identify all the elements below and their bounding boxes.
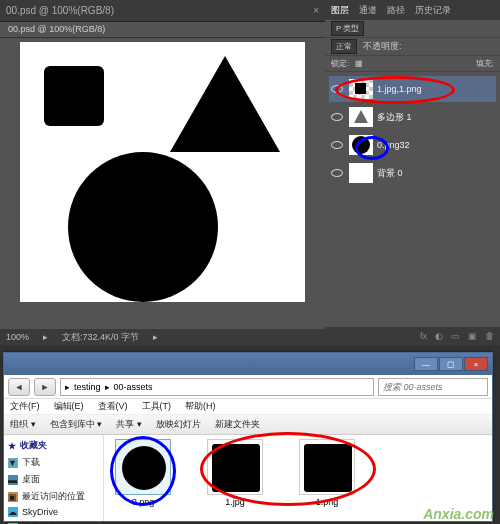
sidebar-favorites[interactable]: ★ 收藏夹: [8, 437, 99, 454]
canvas[interactable]: [20, 42, 305, 302]
layer-name: 多边形 1: [377, 111, 412, 124]
explorer-window: — ▢ × ◄ ► ▸testing ▸00-assets 文件(F) 编辑(E…: [3, 352, 493, 522]
layer-item[interactable]: 背景 0: [329, 160, 496, 186]
visibility-icon[interactable]: [329, 165, 345, 181]
sidebar-item-recent[interactable]: ▣最近访问的位置: [8, 488, 99, 505]
sidebar-item-weiyun[interactable]: ☁微云网盘: [8, 519, 99, 524]
doc-info: 文档:732.4K/0 字节: [62, 331, 139, 344]
sidebar-item-desktop[interactable]: ▬桌面: [8, 471, 99, 488]
window-title: 00.psd @ 100%(RGB/8): [6, 5, 114, 16]
menu-view[interactable]: 查看(V): [98, 400, 128, 413]
fx-icon[interactable]: fx: [420, 331, 427, 341]
file-thumb: [299, 439, 355, 495]
share-button[interactable]: 共享 ▾: [116, 418, 142, 431]
trash-icon[interactable]: 🗑: [485, 331, 494, 341]
file-item[interactable]: 1.png: [292, 439, 362, 507]
blend-mode[interactable]: 正常: [331, 39, 357, 54]
newfolder-button[interactable]: 新建文件夹: [215, 418, 260, 431]
layer-item[interactable]: 多边形 1: [329, 104, 496, 130]
shape-triangle: [170, 56, 280, 152]
window-titlebar[interactable]: 00.psd @ 100%(RGB/8) ×: [0, 0, 325, 22]
lock-icon[interactable]: ▦: [355, 59, 363, 68]
mask-icon[interactable]: ◐: [435, 331, 443, 341]
shape-circle: [68, 152, 218, 302]
file-item[interactable]: 1.jpg: [200, 439, 270, 507]
menu-help[interactable]: 帮助(H): [185, 400, 216, 413]
visibility-icon[interactable]: [329, 137, 345, 153]
panel-tabs[interactable]: 图层 通道 路径 历史记录: [325, 0, 500, 20]
explorer-titlebar[interactable]: — ▢ ×: [4, 353, 492, 375]
shape-square: [44, 66, 104, 126]
file-name: 1.jpg: [225, 497, 245, 507]
folder-icon[interactable]: ▭: [451, 331, 460, 341]
include-button[interactable]: 包含到库中 ▾: [50, 418, 103, 431]
close-icon[interactable]: ×: [313, 5, 319, 16]
slideshow-button[interactable]: 放映幻灯片: [156, 418, 201, 431]
new-layer-icon[interactable]: ▣: [468, 331, 477, 341]
maximize-icon[interactable]: ▢: [439, 357, 463, 371]
tab-paths[interactable]: 路径: [387, 4, 405, 17]
layer-thumb: [349, 79, 373, 99]
watermark: Anxia.com: [423, 506, 494, 522]
file-name: 1.png: [316, 497, 339, 507]
tab-history[interactable]: 历史记录: [415, 4, 451, 17]
status-bar: 100% ▸ 文档:732.4K/0 字节 ▸: [0, 329, 325, 345]
close-icon[interactable]: ×: [464, 357, 488, 371]
search-input[interactable]: [378, 378, 488, 396]
forward-button[interactable]: ►: [34, 378, 56, 396]
file-thumb: [207, 439, 263, 495]
visibility-icon[interactable]: [329, 81, 345, 97]
tab-channels[interactable]: 通道: [359, 4, 377, 17]
layer-item[interactable]: 0.png32: [329, 132, 496, 158]
layer-thumb: [349, 135, 373, 155]
file-thumb: [115, 439, 171, 495]
menu-bar[interactable]: 文件(F) 编辑(E) 查看(V) 工具(T) 帮助(H): [4, 399, 492, 415]
back-button[interactable]: ◄: [8, 378, 30, 396]
opacity-label: 不透明度:: [363, 40, 402, 53]
minimize-icon[interactable]: —: [414, 357, 438, 371]
fill-label: 填充:: [476, 58, 494, 69]
layer-item[interactable]: 1.jpg,1.png: [329, 76, 496, 102]
lock-label: 锁定:: [331, 58, 349, 69]
file-item[interactable]: 0.png: [108, 439, 178, 507]
visibility-icon[interactable]: [329, 109, 345, 125]
layer-thumb: [349, 163, 373, 183]
sidebar[interactable]: ★ 收藏夹 ▼下载 ▬桌面 ▣最近访问的位置 ☁SkyDrive ☁微云网盘: [4, 435, 104, 521]
menu-file[interactable]: 文件(F): [10, 400, 40, 413]
panel-footer: fx ◐ ▭ ▣ 🗑: [325, 327, 500, 345]
document-tab[interactable]: 00.psd @ 100%(RGB/8): [0, 22, 325, 38]
zoom-level[interactable]: 100%: [6, 332, 29, 342]
sidebar-item-skydrive[interactable]: ☁SkyDrive: [8, 505, 99, 519]
document-window: 00.psd @ 100%(RGB/8) × 00.psd @ 100%(RGB…: [0, 0, 325, 345]
menu-tools[interactable]: 工具(T): [142, 400, 172, 413]
toolbar[interactable]: 组织 ▾ 包含到库中 ▾ 共享 ▾ 放映幻灯片 新建文件夹: [4, 415, 492, 435]
menu-edit[interactable]: 编辑(E): [54, 400, 84, 413]
layer-name: 背景 0: [377, 167, 403, 180]
file-name: 0.png: [132, 497, 155, 507]
layers-panel: 图层 通道 路径 历史记录 P 类型 正常 不透明度: 锁定: ▦ 填充: 1.…: [325, 0, 500, 345]
layer-name: 1.jpg,1.png: [377, 84, 422, 94]
breadcrumb[interactable]: ▸testing ▸00-assets: [60, 378, 374, 396]
layer-name: 0.png32: [377, 140, 410, 150]
filter-type[interactable]: P 类型: [331, 21, 364, 36]
tab-layers[interactable]: 图层: [331, 4, 349, 17]
layer-thumb: [349, 107, 373, 127]
organize-button[interactable]: 组织 ▾: [10, 418, 36, 431]
canvas-area[interactable]: [0, 38, 325, 329]
sidebar-item-downloads[interactable]: ▼下载: [8, 454, 99, 471]
